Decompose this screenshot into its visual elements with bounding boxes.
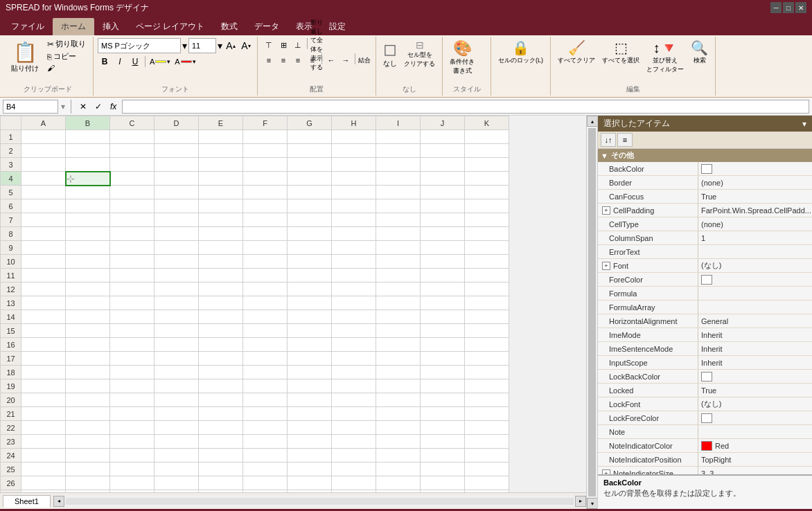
prop-row-formula[interactable]: Formula	[598, 287, 812, 301]
cell-r21-c9[interactable]	[376, 407, 421, 421]
row-header-15[interactable]: 15	[1, 324, 21, 338]
cell-r14-c9[interactable]	[376, 310, 421, 324]
find-button[interactable]: 🔍 検索	[688, 38, 711, 66]
cell-r16-c3[interactable]	[110, 338, 155, 352]
prop-row-errortext[interactable]: ErrorText	[598, 245, 812, 259]
cell-r10-c1[interactable]	[21, 255, 66, 269]
prop-row-lockforecolor[interactable]: LockForeColor	[598, 411, 812, 425]
minimize-btn[interactable]: ─	[770, 2, 782, 13]
cell-r19-c8[interactable]	[332, 379, 376, 393]
cell-type-clear-button[interactable]: ⊟ セル型をクリアする	[401, 38, 438, 70]
indent-increase-button[interactable]: →	[339, 53, 353, 67]
cell-r13-c5[interactable]	[199, 296, 243, 310]
prop-row-noteindicatorsize[interactable]: +NoteIndicatorSize3, 3	[598, 467, 812, 474]
row-header-22[interactable]: 22	[1, 421, 21, 435]
cell-r18-c6[interactable]	[243, 366, 288, 379]
cell-r2-c5[interactable]	[199, 144, 243, 158]
cell-r18-c11[interactable]	[465, 366, 509, 379]
cell-r19-c3[interactable]	[110, 379, 155, 393]
cell-r6-c11[interactable]	[465, 199, 509, 213]
cell-r4-c4[interactable]	[155, 172, 199, 186]
cell-r23-c4[interactable]	[155, 435, 199, 449]
cell-r24-c6[interactable]	[243, 449, 288, 463]
cell-r11-c6[interactable]	[243, 269, 288, 283]
cell-r2-c4[interactable]	[155, 144, 199, 158]
cell-r24-c1[interactable]	[21, 449, 66, 463]
cell-r26-c1[interactable]	[21, 476, 66, 490]
cell-r1-c11[interactable]	[465, 130, 509, 144]
cell-r24-c4[interactable]	[155, 449, 199, 463]
cell-r25-c9[interactable]	[376, 463, 421, 476]
prop-row-noteindicatorposition[interactable]: NoteIndicatorPositionTopRight	[598, 453, 812, 467]
cell-r10-c10[interactable]	[421, 255, 465, 269]
cell-r11-c9[interactable]	[376, 269, 421, 283]
cell-r11-c8[interactable]	[332, 269, 376, 283]
cell-r25-c4[interactable]	[155, 463, 199, 476]
cell-r16-c9[interactable]	[376, 338, 421, 352]
cell-r13-c11[interactable]	[465, 296, 509, 310]
cell-r10-c11[interactable]	[465, 255, 509, 269]
font-name-input[interactable]	[98, 38, 181, 53]
cell-r15-c10[interactable]	[421, 324, 465, 338]
cell-r7-c6[interactable]	[243, 213, 288, 227]
cell-r15-c9[interactable]	[376, 324, 421, 338]
cell-r4-c3[interactable]	[110, 172, 155, 186]
cell-r27-c11[interactable]	[465, 490, 509, 493]
cell-r23-c1[interactable]	[21, 435, 66, 449]
cell-r8-c8[interactable]	[332, 227, 376, 241]
cell-r17-c7[interactable]	[288, 352, 332, 366]
cell-r12-c4[interactable]	[155, 283, 199, 296]
cell-r22-c8[interactable]	[332, 421, 376, 435]
col-header-D[interactable]: D	[155, 116, 199, 130]
cell-r20-c7[interactable]	[288, 393, 332, 407]
cell-r24-c11[interactable]	[465, 449, 509, 463]
cell-r5-c7[interactable]	[288, 186, 332, 199]
cell-r10-c5[interactable]	[199, 255, 243, 269]
row-header-5[interactable]: 5	[1, 186, 21, 199]
cell-r5-c1[interactable]	[21, 186, 66, 199]
cell-r27-c1[interactable]	[21, 490, 66, 493]
cell-r16-c2[interactable]	[66, 338, 110, 352]
row-header-12[interactable]: 12	[1, 283, 21, 296]
col-header-H[interactable]: H	[332, 116, 376, 130]
cell-r17-c11[interactable]	[465, 352, 509, 366]
cell-r7-c1[interactable]	[21, 213, 66, 227]
cell-r6-c3[interactable]	[110, 199, 155, 213]
cell-r6-c4[interactable]	[155, 199, 199, 213]
cell-r4-c1[interactable]	[21, 172, 66, 186]
row-header-9[interactable]: 9	[1, 241, 21, 255]
font-grow-button[interactable]: A▴	[224, 39, 238, 53]
cell-r1-c10[interactable]	[421, 130, 465, 144]
prop-row-imemode[interactable]: ImeModeInherit	[598, 328, 812, 342]
align-center-button[interactable]: ≡	[276, 53, 290, 67]
cell-r25-c11[interactable]	[465, 463, 509, 476]
cell-r2-c1[interactable]	[21, 144, 66, 158]
cell-r4-c9[interactable]	[376, 172, 421, 186]
row-header-13[interactable]: 13	[1, 296, 21, 310]
prop-row-columnspan[interactable]: ColumnSpan1	[598, 231, 812, 245]
cell-r5-c4[interactable]	[155, 186, 199, 199]
cell-r8-c6[interactable]	[243, 227, 288, 241]
cell-r17-c6[interactable]	[243, 352, 288, 366]
cell-r17-c8[interactable]	[332, 352, 376, 366]
cell-r26-c8[interactable]	[332, 476, 376, 490]
cell-r14-c8[interactable]	[332, 310, 376, 324]
cell-r4-c8[interactable]	[332, 172, 376, 186]
cell-r5-c10[interactable]	[421, 186, 465, 199]
cell-r9-c9[interactable]	[376, 241, 421, 255]
cell-r25-c5[interactable]	[199, 463, 243, 476]
sort-filter-button[interactable]: ↕🔻 並び替えとフィルター	[644, 38, 687, 75]
row-header-25[interactable]: 25	[1, 463, 21, 476]
prop-row-backcolor[interactable]: BackColor	[598, 162, 812, 176]
cell-r21-c8[interactable]	[332, 407, 376, 421]
font-color-button[interactable]: A ▾	[173, 57, 197, 66]
scroll-thumb[interactable]	[588, 128, 596, 496]
cell-r16-c11[interactable]	[465, 338, 509, 352]
cell-r18-c3[interactable]	[110, 366, 155, 379]
cell-r18-c2[interactable]	[66, 366, 110, 379]
cell-r14-c3[interactable]	[110, 310, 155, 324]
cell-r17-c5[interactable]	[199, 352, 243, 366]
cell-r6-c6[interactable]	[243, 199, 288, 213]
prop-row-forecolor[interactable]: ForeColor	[598, 273, 812, 287]
cell-r21-c10[interactable]	[421, 407, 465, 421]
